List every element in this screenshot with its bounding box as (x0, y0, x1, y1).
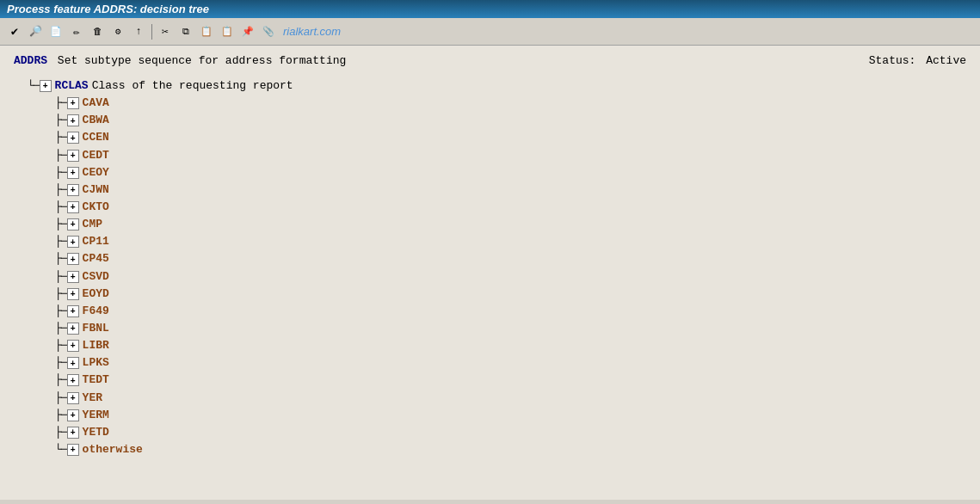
item-expand-ceoy[interactable]: + (67, 167, 79, 179)
separator-1 (151, 24, 152, 40)
item-expand-eoyd[interactable]: + (67, 288, 79, 300)
item-expand-otherwise[interactable]: + (67, 444, 79, 456)
config-icon: ⚙ (115, 26, 121, 37)
item-expand-yerm[interactable]: + (67, 409, 79, 421)
item-expand-cmp[interactable]: + (67, 218, 79, 230)
new-icon: 📄 (50, 26, 62, 37)
cut-icon: ✂ (162, 25, 169, 39)
new-button[interactable]: 📄 (46, 22, 65, 41)
paste-button-2[interactable]: 📋 (218, 22, 237, 41)
item-expand-cava[interactable]: + (67, 97, 79, 109)
rclas-expand-icon[interactable]: + (40, 80, 52, 92)
item-label-csvd: CSVD (83, 268, 109, 286)
list-item: ├─ + CAVA (55, 95, 966, 112)
item-expand-fbnl[interactable]: + (67, 323, 79, 335)
connector: ├─ (55, 95, 67, 112)
connector: ├─ (55, 390, 67, 407)
up-button[interactable]: ↑ (129, 22, 148, 41)
watermark-label: rialkart.com (283, 25, 341, 38)
config-button[interactable]: ⚙ (108, 22, 127, 41)
title-bar: Process feature ADDRS: decision tree (0, 0, 980, 18)
status-value: Active (926, 54, 966, 67)
header-line: ADDRS Set subtype sequence for address f… (14, 54, 966, 67)
item-expand-yer[interactable]: + (67, 392, 79, 404)
item-expand-libr[interactable]: + (67, 340, 79, 352)
item-expand-cp45[interactable]: + (67, 253, 79, 265)
connector: ├─ (55, 147, 67, 164)
item-label-ckto: CKTO (83, 199, 109, 216)
find-button[interactable]: 🔎 (26, 22, 45, 41)
header-left: ADDRS Set subtype sequence for address f… (14, 54, 346, 67)
copy-button[interactable]: ⧉ (176, 22, 195, 41)
item-expand-lpks[interactable]: + (67, 357, 79, 369)
item-label-yer: YER (83, 390, 102, 407)
save-button[interactable]: ✔ (5, 22, 24, 41)
connector: ├─ (55, 424, 67, 441)
delete-button[interactable]: 🗑 (88, 22, 107, 41)
item-expand-cedt[interactable]: + (67, 150, 79, 162)
list-item: ├─ + TEDT (55, 372, 966, 389)
item-label-cjwn: CJWN (83, 181, 109, 199)
item-label-cava: CAVA (83, 95, 109, 112)
connector: ├─ (55, 303, 67, 320)
title-text: Process feature ADDRS: decision tree (7, 3, 209, 15)
item-label-f649: F649 (83, 303, 109, 320)
paste-button-3[interactable]: 📌 (238, 22, 257, 41)
paste-4-icon: 📎 (262, 26, 274, 37)
decision-tree: └─ + RCLAS Class of the requesting repor… (14, 77, 966, 458)
list-item: ├─ + F649 (55, 303, 966, 320)
list-item: ├─ + CP11 (55, 233, 966, 250)
header-keyword: ADDRS (14, 54, 47, 67)
edit-icon: ✏ (73, 25, 80, 39)
item-expand-f649[interactable]: + (67, 305, 79, 317)
delete-icon: 🗑 (93, 26, 102, 37)
item-label-lpks: LPKS (83, 354, 109, 372)
connector: ├─ (55, 181, 67, 199)
paste-button-4[interactable]: 📎 (259, 22, 278, 41)
list-item: ├─ + LPKS (55, 354, 966, 372)
paste-1-icon: 📋 (200, 26, 213, 37)
connector: ├─ (55, 337, 67, 354)
list-item: ├─ + LIBR (55, 337, 966, 354)
item-label-cbwa: CBWA (83, 112, 109, 129)
item-label-tedt: TEDT (83, 372, 109, 389)
connector: ├─ (55, 372, 67, 389)
list-item: ├─ + FBNL (55, 320, 966, 337)
item-expand-yetd[interactable]: + (67, 427, 79, 439)
watermark-text: rialkart.com (283, 25, 341, 38)
list-item-otherwise: └─ + otherwise (55, 441, 966, 458)
connector: ├─ (55, 354, 67, 372)
connector: ├─ (55, 250, 67, 267)
connector: ├─ (55, 407, 67, 424)
connector: ├─ (55, 164, 67, 181)
list-item: ├─ + YERM (55, 407, 966, 424)
item-expand-ccen[interactable]: + (67, 132, 79, 144)
tree-items-container: ├─ + CAVA ├─ + CBWA ├─ + CCEN ├─ + CEDT … (14, 95, 966, 458)
header-description: Set subtype sequence for address formatt… (58, 54, 346, 67)
item-expand-cbwa[interactable]: + (67, 114, 79, 126)
header-right: Status: Active (869, 54, 966, 67)
status-label: Status: (869, 54, 916, 67)
item-expand-cjwn[interactable]: + (67, 184, 79, 196)
connector: ├─ (55, 233, 67, 250)
item-label-eoyd: EOYD (83, 286, 109, 303)
list-item: ├─ + CKTO (55, 199, 966, 216)
item-expand-ckto[interactable]: + (67, 201, 79, 213)
item-expand-tedt[interactable]: + (67, 374, 79, 386)
cut-button[interactable]: ✂ (156, 22, 175, 41)
up-arrow-icon: ↑ (135, 26, 141, 38)
connector-last: └─ (55, 441, 67, 458)
rclas-description: Class of the requesting report (92, 77, 293, 95)
list-item: ├─ + CBWA (55, 112, 966, 129)
connector: ├─ (55, 268, 67, 286)
item-label-cedt: CEDT (83, 147, 109, 164)
connector: ├─ (55, 112, 67, 129)
item-label-yerm: YERM (83, 407, 109, 424)
item-expand-cp11[interactable]: + (67, 236, 79, 248)
item-label-yetd: YETD (83, 424, 109, 441)
root-connector: └─ (28, 77, 40, 95)
edit-button[interactable]: ✏ (67, 22, 86, 41)
paste-button-1[interactable]: 📋 (197, 22, 216, 41)
item-expand-csvd[interactable]: + (67, 271, 79, 283)
item-label-ceoy: CEOY (83, 164, 109, 181)
